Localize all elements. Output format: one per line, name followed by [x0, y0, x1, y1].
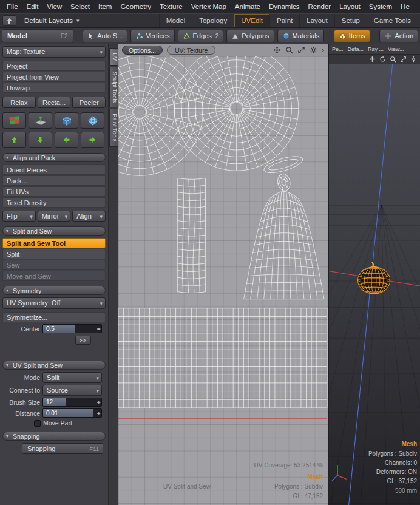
menu-item[interactable]: View — [42, 1, 66, 12]
zoom-icon[interactable] — [285, 46, 293, 54]
expand-presets-button[interactable]: >> — [75, 336, 91, 345]
maximize-icon[interactable] — [297, 46, 305, 54]
vertices-mode-button[interactable]: Vertices — [130, 30, 174, 42]
axes-plane-button[interactable] — [29, 112, 52, 129]
move-part-checkbox[interactable] — [34, 420, 41, 427]
viewport-tab[interactable]: Pe... — [330, 45, 345, 53]
snapping-header[interactable]: ▾ Snapping — [2, 432, 106, 441]
map-texture-dropdown[interactable]: Map: Texture ▾ — [2, 46, 106, 58]
sphere-projection-button[interactable] — [81, 112, 104, 129]
viewport-tab[interactable]: View... — [386, 45, 405, 53]
list-item[interactable]: Unwrap — [2, 83, 106, 93]
arrow-right-button[interactable] — [81, 132, 104, 148]
menu-item[interactable]: Render — [303, 1, 335, 12]
auto-select-button[interactable]: Auto S... — [83, 30, 127, 42]
distance-input[interactable]: 0.01 ◂▸ — [42, 408, 102, 418]
connect-to-dropdown[interactable]: Source▾ — [42, 385, 102, 396]
mirror-dropdown[interactable]: Mirror▾ — [38, 211, 71, 222]
menu-item[interactable]: System — [365, 1, 396, 12]
brush-size-input[interactable]: 12 ◂▸ — [42, 398, 102, 407]
uv-texture-selector[interactable]: UV: Texture — [167, 46, 215, 55]
pan-icon[interactable] — [273, 46, 281, 54]
action-center-button[interactable]: Action — [379, 30, 418, 42]
gear-icon[interactable] — [310, 46, 317, 54]
layout-tab[interactable]: Topology — [192, 14, 234, 27]
split-sew-header[interactable]: ▾ Split and Sew — [2, 226, 106, 236]
gear-icon[interactable] — [410, 56, 417, 63]
edges-mode-button[interactable]: Edges 2 — [178, 30, 224, 42]
mode-dropdown[interactable]: Split▾ — [42, 372, 102, 383]
viewport-tab[interactable]: Ray ... — [366, 45, 385, 53]
peeler-button[interactable]: Peeler — [72, 97, 106, 108]
align-pack-header[interactable]: ▾ Align and Pack — [2, 153, 106, 162]
orbit-icon[interactable] — [379, 56, 386, 63]
sphere-icon — [86, 115, 100, 126]
menu-item[interactable]: Item — [94, 1, 116, 12]
layout-tab[interactable]: Game Tools — [367, 14, 418, 27]
mode-field-row: Mode Split▾ — [2, 372, 106, 383]
mode-label: Mode — [2, 374, 40, 381]
list-item[interactable]: Pack... — [2, 175, 106, 186]
menu-item[interactable]: Edit — [22, 1, 43, 12]
maximize-icon[interactable] — [400, 56, 407, 63]
list-item[interactable]: Sew — [2, 260, 106, 270]
stepper-icon[interactable]: ◂▸ — [97, 398, 100, 407]
list-item[interactable]: Move and Sew — [2, 271, 106, 281]
viewport-tab[interactable]: Defa... — [346, 45, 366, 53]
list-item[interactable]: Split and Sew Tool — [2, 238, 106, 248]
list-item[interactable]: Split — [2, 249, 106, 259]
layout-tab[interactable]: Layout — [299, 14, 334, 27]
layout-tab[interactable]: Paint — [269, 14, 299, 27]
menu-item[interactable]: Dynamics — [265, 1, 303, 12]
side-tab[interactable]: Paint Tools — [109, 109, 118, 146]
menu-item[interactable]: File — [2, 1, 22, 12]
symmetry-header[interactable]: ▾ Symmetry — [2, 286, 106, 295]
items-mode-button[interactable]: Items — [334, 30, 370, 42]
side-tab[interactable]: Sculpt Tools — [109, 67, 118, 107]
menu-item[interactable]: He — [396, 1, 414, 12]
box-projection-button[interactable] — [55, 112, 78, 129]
layouts-pin-button[interactable] — [2, 15, 16, 26]
uv-split-sew-header[interactable]: ▾ UV Split and Sew — [2, 361, 106, 370]
layout-tab[interactable]: Model — [159, 14, 192, 27]
arrow-down-button[interactable] — [29, 132, 52, 148]
edges-count-badge: 2 — [215, 33, 219, 39]
menu-item[interactable]: Texture — [155, 1, 187, 12]
more-arrow-icon[interactable]: › — [322, 47, 324, 54]
arrow-up-button[interactable] — [2, 132, 26, 148]
uv-canvas[interactable]: UV Coverage: 53.2514 % Mesh UV Split and… — [118, 56, 328, 505]
polygons-mode-button[interactable]: Polygons — [226, 30, 274, 42]
checker-plane-button[interactable] — [2, 112, 26, 129]
stepper-icon[interactable]: ◂▸ — [97, 409, 100, 418]
menu-item[interactable]: Vertex Map — [187, 1, 231, 12]
list-item[interactable]: Orient Pieces — [2, 164, 106, 175]
layout-tab[interactable]: UVEdit — [234, 14, 269, 27]
list-item[interactable]: Project from View — [2, 72, 106, 82]
menu-item[interactable]: Animate — [231, 1, 265, 12]
align-dropdown[interactable]: Align▾ — [72, 211, 106, 222]
rectangle-button[interactable]: Recta... — [38, 97, 71, 108]
snapping-button[interactable]: Snapping F11 — [22, 443, 103, 454]
layout-preset-dropdown[interactable]: Default Layouts ▾ — [21, 17, 83, 24]
viewport-canvas[interactable]: Mesh Polygons : Subdiv Channels: 0 Defor… — [329, 64, 420, 505]
list-item[interactable]: Project — [2, 61, 106, 71]
relax-button[interactable]: Relax — [2, 97, 36, 108]
arrow-left-button[interactable] — [55, 132, 78, 148]
zoom-icon[interactable] — [390, 56, 396, 63]
options-button[interactable]: Options... — [122, 46, 163, 55]
layout-tab[interactable]: Setup — [334, 14, 367, 27]
menu-item[interactable]: Geometry — [116, 1, 155, 12]
center-input[interactable]: 0.5 ◂▸ — [42, 324, 102, 333]
stepper-icon[interactable]: ◂▸ — [97, 325, 100, 333]
flip-dropdown[interactable]: Flip▾ — [2, 211, 36, 222]
pan-icon[interactable] — [369, 56, 376, 63]
materials-mode-button[interactable]: Materials — [277, 30, 325, 42]
list-item[interactable]: Fit UVs — [2, 186, 106, 197]
model-mode-dropdown[interactable]: Model F2 — [2, 29, 73, 42]
symmetrize-button[interactable]: Symmetrize... — [2, 312, 106, 322]
list-item[interactable]: Texel Density — [2, 197, 106, 208]
side-tab[interactable]: UV — [109, 48, 118, 66]
menu-item[interactable]: Select — [66, 1, 94, 12]
menu-item[interactable]: Layout — [335, 1, 365, 12]
uv-symmetry-dropdown[interactable]: UV Symmetry: Off ▾ — [2, 297, 106, 309]
